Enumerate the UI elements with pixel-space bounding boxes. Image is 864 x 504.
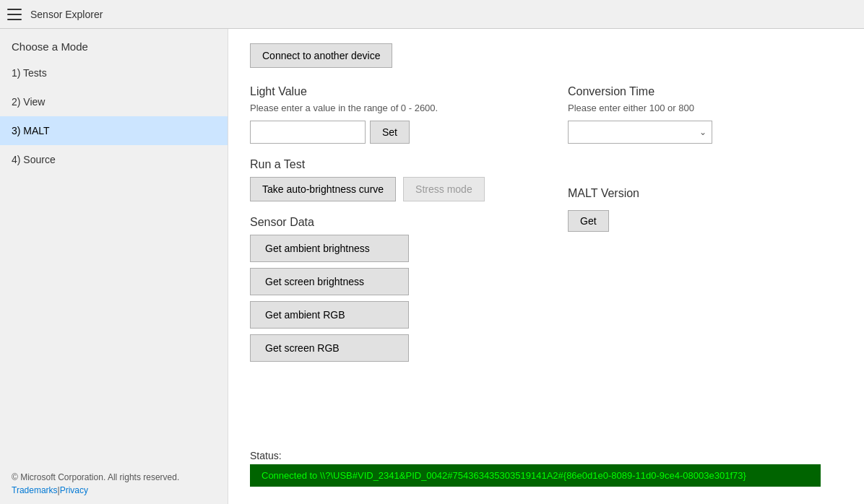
hamburger-menu-icon[interactable]: [7, 9, 22, 20]
run-test-btn-row: Take auto-brightness curve Stress mode: [250, 177, 524, 201]
malt-version-get-button[interactable]: Get: [568, 210, 609, 232]
status-label: Status:: [250, 450, 821, 461]
conversion-time-title: Conversion Time: [568, 85, 842, 98]
sidebar: Choose a Mode 1) Tests 2) View 3) MALT 4…: [0, 29, 228, 504]
status-area: Status: Connected to \\?\USB#VID_2341&PI…: [250, 443, 842, 490]
sensor-data-section: Sensor Data Get ambient brightness Get s…: [250, 216, 524, 362]
run-test-section: Run a Test Take auto-brightness curve St…: [250, 158, 524, 201]
top-two-col: Light Value Please enter a value in the …: [250, 85, 842, 362]
light-value-input[interactable]: [250, 121, 366, 144]
get-screen-brightness-button[interactable]: Get screen brightness: [250, 268, 409, 295]
sidebar-footer: © Microsoft Corporation. All rights rese…: [0, 464, 228, 504]
conversion-time-desc: Please enter either 100 or 800: [568, 103, 842, 113]
privacy-link[interactable]: Privacy: [60, 485, 88, 495]
trademarks-link[interactable]: Trademarks: [12, 485, 58, 495]
light-value-input-row: Set: [250, 121, 524, 144]
top-bar: Sensor Explorer: [0, 0, 864, 29]
sensor-btn-col: Get ambient brightness Get screen bright…: [250, 235, 524, 362]
light-value-section: Light Value Please enter a value in the …: [250, 85, 524, 144]
get-screen-rgb-button[interactable]: Get screen RGB: [250, 334, 409, 362]
conversion-time-section: Conversion Time Please enter either 100 …: [568, 85, 842, 158]
conversion-time-dropdown-wrapper: 100 800 ⌄: [568, 121, 712, 144]
malt-version-title: MALT Version: [568, 187, 842, 200]
sidebar-item-malt[interactable]: 3) MALT: [0, 116, 228, 145]
malt-version-section: MALT Version Get: [568, 187, 842, 232]
sensor-data-title: Sensor Data: [250, 216, 524, 229]
get-ambient-rgb-button[interactable]: Get ambient RGB: [250, 301, 409, 329]
sidebar-item-view[interactable]: 2) View: [0, 87, 228, 116]
sidebar-item-source[interactable]: 4) Source: [0, 145, 228, 174]
conversion-time-select[interactable]: 100 800: [568, 121, 712, 144]
connect-to-device-button[interactable]: Connect to another device: [250, 43, 392, 68]
light-value-title: Light Value: [250, 85, 524, 98]
light-value-desc: Please enter a value in the range of 0 -…: [250, 103, 524, 113]
sidebar-header: Choose a Mode: [0, 29, 228, 58]
get-ambient-brightness-button[interactable]: Get ambient brightness: [250, 235, 409, 262]
stress-mode-button[interactable]: Stress mode: [403, 177, 485, 201]
sidebar-item-tests[interactable]: 1) Tests: [0, 58, 228, 87]
app-title: Sensor Explorer: [30, 9, 103, 20]
status-connected-message: Connected to \\?\USB#VID_2341&PID_0042#7…: [250, 464, 821, 487]
take-auto-brightness-button[interactable]: Take auto-brightness curve: [250, 177, 396, 201]
col-right: Conversion Time Please enter either 100 …: [568, 85, 842, 362]
main-content: Connect to another device Light Value Pl…: [228, 29, 864, 504]
col-left: Light Value Please enter a value in the …: [250, 85, 524, 362]
run-test-title: Run a Test: [250, 158, 524, 171]
main-layout: Choose a Mode 1) Tests 2) View 3) MALT 4…: [0, 29, 864, 504]
light-value-set-button[interactable]: Set: [370, 121, 410, 144]
